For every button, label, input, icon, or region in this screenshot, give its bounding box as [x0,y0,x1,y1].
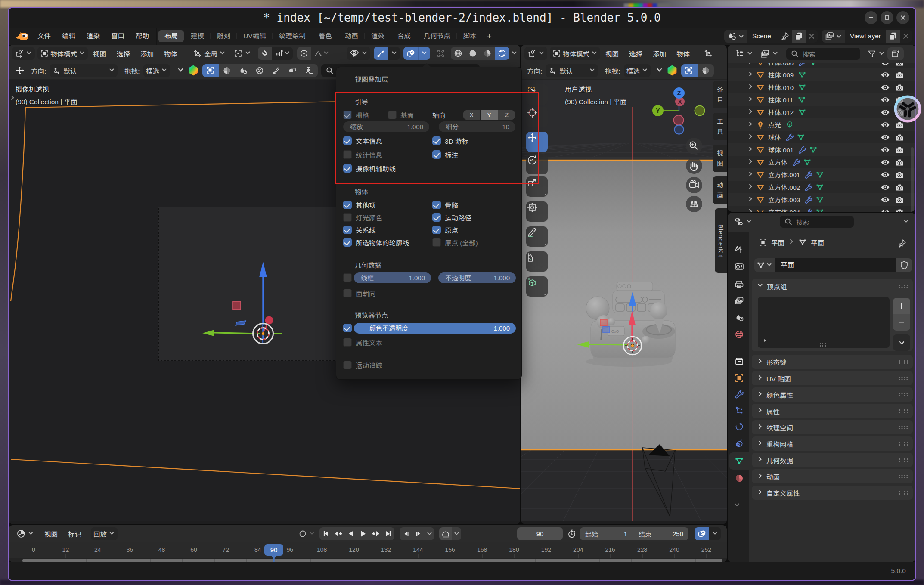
jump-to-start-button[interactable] [319,527,332,540]
slider-线框[interactable]: 线框 1.000 [354,272,431,283]
checkbox-关系线[interactable] [343,226,352,234]
properties-search[interactable]: 搜索 [780,216,854,228]
checkbox-其他项[interactable] [343,201,352,209]
outliner-filter[interactable] [866,47,886,60]
auto-keying-record-icon[interactable] [298,529,307,538]
overlays-toggle[interactable] [403,47,418,60]
object-name[interactable]: 立方体.004 [768,207,800,212]
sidebar-tab-条目[interactable]: 条目 [713,81,727,108]
add-vertex-group-button[interactable] [893,298,910,314]
outliner-row-球体.001[interactable]: 球体.001 [728,143,915,156]
hide-eye-icon[interactable] [881,96,890,104]
workspace-tab-布局[interactable]: 布局 [158,30,184,42]
bk-scenes[interactable] [235,64,251,77]
outliner-editor[interactable]: 搜索 柱体.008 柱体.009 柱体.010 柱体.011 柱体.012 点光… [728,45,915,212]
panel-header[interactable]: 几何数据 [752,453,913,467]
stopwatch-icon[interactable] [567,529,577,539]
hide-eye-icon[interactable] [881,108,890,116]
editor-type-button[interactable] [12,47,35,60]
expand-chevron-icon[interactable] [747,158,753,166]
outliner-row-柱体.011[interactable]: 柱体.011 [728,93,915,106]
hide-eye-icon[interactable] [881,183,890,191]
timeline-scrollbar[interactable] [22,559,722,562]
workspace-tab-动画[interactable]: 动画 [339,30,364,42]
workspace-tab-雕刻[interactable]: 雕刻 [211,30,236,42]
scene-unlink-button[interactable] [806,30,818,43]
bk-materials[interactable] [219,64,235,77]
menu-file[interactable]: 文件 [32,28,56,45]
datablock-name[interactable]: 平面 [775,258,896,272]
expand-chevron-icon[interactable] [747,71,753,79]
collapse-chevron-icon[interactable] [656,66,663,75]
object-name[interactable]: 柱体.009 [768,70,794,79]
expand-chevron-icon[interactable] [747,183,753,191]
transform-tool[interactable] [526,201,548,222]
properties-tab-world[interactable] [729,326,749,343]
slider-颜色不透明度[interactable]: 颜色不透明度 1.000 [354,323,516,334]
panel-header[interactable]: 属性 [752,404,913,418]
list-filter-toggle-icon[interactable] [762,337,768,345]
checkbox-wireframe-group[interactable] [343,273,352,282]
scene-pin-button[interactable] [778,30,792,43]
object-name[interactable]: 球体.001 [768,145,794,154]
datablock-browse[interactable] [754,258,775,272]
auto-key-popover[interactable] [452,527,461,540]
outliner-row-立方体[interactable]: 立方体 [728,156,915,168]
timeline-overlay-toggle[interactable] [695,527,709,540]
bk-nodegroups[interactable] [284,64,301,77]
camera-visibility-icon[interactable] [895,71,904,79]
object-name[interactable]: 立方体.001 [768,170,800,179]
object-name[interactable]: 柱体.012 [768,108,794,117]
panel-grip[interactable] [898,393,908,397]
camera-visibility-icon[interactable] [895,195,904,204]
remove-vertex-group-button[interactable] [893,314,910,331]
scene-copy-button[interactable] [792,30,806,43]
menu-help[interactable]: 帮助 [130,28,155,45]
panel-header[interactable]: 重构网格 [752,436,913,451]
tool-orientation-select[interactable]: 默认 [50,64,118,77]
vertex-groups-header[interactable]: 顶点组 [752,279,913,293]
checkbox-原点[interactable] [432,226,441,234]
sidebar-tab-动画[interactable]: 动画 [713,176,727,204]
bk-printables[interactable] [301,64,318,77]
expand-chevron-icon[interactable] [747,108,753,116]
sidebar-tab-视图[interactable]: 视图 [713,145,727,172]
bk-models[interactable] [681,64,698,77]
viewport-menu-2[interactable]: 添加 [135,49,159,58]
outliner-row-立方体.003[interactable]: 立方体.003 [728,193,915,206]
expand-chevron-icon[interactable] [747,121,753,129]
camera-visibility-icon[interactable] [895,133,904,142]
slider-不透明度[interactable]: 不透明度 1.000 [438,272,516,283]
expand-chevron-icon[interactable] [747,146,753,154]
menu-edit[interactable]: 编辑 [56,28,81,45]
viewport-menu-0[interactable]: 视图 [88,49,112,58]
playhead[interactable]: 90 [264,544,283,556]
camera-visibility-icon[interactable] [895,208,904,212]
camera-visibility-icon[interactable] [895,63,904,67]
properties-tab-particles[interactable] [729,402,749,419]
outliner-row-柱体.010[interactable]: 柱体.010 [728,81,915,93]
panel-grip[interactable] [898,360,908,364]
panel-grip[interactable] [898,442,908,446]
panel-grip[interactable] [898,284,908,288]
hide-eye-icon[interactable] [881,121,890,129]
mode-selector[interactable]: 物体模式 [37,47,88,60]
editor-type-button[interactable] [731,215,755,228]
bk-models[interactable] [202,64,219,77]
checkbox-运动追踪[interactable] [343,361,352,369]
outliner-display-mode[interactable] [732,47,756,60]
shading-wireframe[interactable] [451,47,465,60]
checkbox-preview-opacity[interactable] [343,324,352,332]
viewport-menu-1[interactable]: 选择 [624,49,648,58]
viewlayer-name[interactable]: ViewLayer [845,32,886,40]
editor-type-button[interactable] [14,527,37,540]
end-frame-field[interactable]: 结束250 [633,527,688,540]
hide-eye-icon[interactable] [881,158,890,166]
viewport-nav-buttons[interactable] [686,138,702,212]
next-keyframe-button[interactable] [369,527,382,540]
workspace-tab-几何节点[interactable]: 几何节点 [418,30,456,42]
viewport-user-body[interactable]: OxO= [521,79,727,524]
properties-tab-modifier[interactable] [729,386,749,403]
keying-popover[interactable] [309,530,315,538]
viewport-menu-3[interactable]: 物体 [159,49,183,58]
